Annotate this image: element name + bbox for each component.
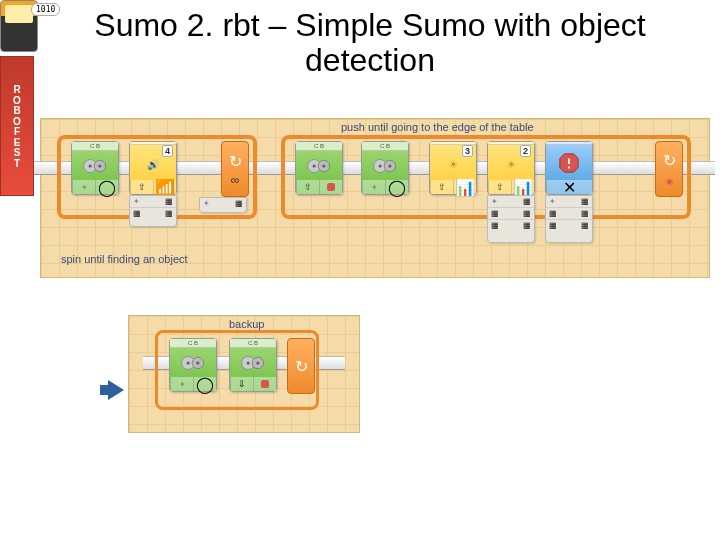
stop-sign-icon bbox=[546, 145, 592, 180]
move-block-3[interactable]: C B ◯ bbox=[361, 141, 409, 195]
stop-config-panel[interactable]: ▦ ▦▦ ▦▦ bbox=[545, 195, 593, 243]
sparkle-icon bbox=[371, 183, 378, 192]
sparkle-icon bbox=[133, 197, 140, 206]
sparkle-icon bbox=[179, 380, 186, 389]
move-block-back-2[interactable]: C B ⇩ bbox=[229, 338, 277, 392]
stop-icon bbox=[327, 183, 335, 191]
gear-icon bbox=[362, 151, 408, 180]
arrow-right-icon bbox=[108, 380, 124, 400]
wait-config-panel[interactable]: ▦ ▦▦ bbox=[129, 195, 177, 227]
program-strip-backup: backup C B ◯ C B ⇩ ↻ bbox=[128, 315, 360, 433]
svg-point-14 bbox=[568, 166, 570, 168]
wait-block-light-2[interactable]: 2 ⇧📊 bbox=[487, 141, 535, 195]
arrow-up-icon: ⇧ bbox=[488, 180, 511, 194]
reload-icon: ↻ bbox=[295, 357, 308, 376]
stop-icon bbox=[261, 380, 269, 388]
gear-icon bbox=[296, 151, 342, 180]
sparkle-icon bbox=[549, 197, 556, 206]
svg-point-10 bbox=[379, 164, 382, 167]
page-title: Sumo 2. rbt – Simple Sumo with object de… bbox=[70, 8, 670, 78]
arrow-up-icon: ⇧ bbox=[430, 180, 453, 194]
circular-icon: ◯ bbox=[385, 180, 408, 194]
svg-point-6 bbox=[313, 164, 316, 167]
port-label: C B bbox=[72, 142, 118, 151]
label-backup: backup bbox=[229, 318, 264, 330]
svg-point-7 bbox=[322, 164, 325, 167]
label-spin: spin until finding an object bbox=[61, 253, 188, 265]
gear-icon bbox=[72, 151, 118, 180]
program-strip-main: push until going to the edge of the tabl… bbox=[40, 118, 710, 278]
loop-end-spin[interactable]: ↻ ∞ bbox=[221, 141, 249, 197]
reload-icon: ↻ bbox=[229, 152, 242, 171]
loop-end-push[interactable]: ↻ bbox=[655, 141, 683, 197]
circular-icon: ◯ bbox=[193, 377, 216, 391]
svg-point-11 bbox=[388, 164, 391, 167]
wait-config-panel-2[interactable]: ▦ ▦▦ ▦▦ bbox=[487, 195, 535, 243]
infinity-icon: ∞ bbox=[231, 173, 240, 187]
gear-icon bbox=[170, 348, 216, 377]
circular-icon: ◯ bbox=[95, 180, 118, 194]
label-push: push until going to the edge of the tabl… bbox=[341, 121, 534, 133]
port-label: C B bbox=[170, 339, 216, 348]
wait-block-light-1[interactable]: 3 ⇧📊 bbox=[429, 141, 477, 195]
backup-frame-end[interactable]: ↻ bbox=[287, 338, 315, 394]
reload-icon: ↻ bbox=[663, 151, 676, 170]
svg-point-18 bbox=[196, 361, 199, 364]
port-label: C B bbox=[296, 142, 342, 151]
level-icon: 📊 bbox=[511, 180, 534, 194]
speech-bubble: 1010 bbox=[31, 3, 60, 16]
sparkle-icon bbox=[491, 197, 498, 206]
svg-point-22 bbox=[256, 361, 259, 364]
sidebar: 1010 ROBOFEST bbox=[0, 0, 40, 280]
move-block-2[interactable]: C B ⇧ bbox=[295, 141, 343, 195]
sound-level-icon: 📶 bbox=[153, 180, 176, 194]
svg-point-3 bbox=[98, 164, 101, 167]
sparkle-icon bbox=[203, 199, 210, 208]
svg-point-2 bbox=[89, 164, 92, 167]
robot-icon: 1010 bbox=[0, 0, 38, 52]
light-icon bbox=[488, 145, 534, 180]
svg-point-21 bbox=[247, 361, 250, 364]
sound-icon bbox=[130, 145, 176, 180]
wait-block-sound[interactable]: 4 ⇧📶 bbox=[129, 141, 177, 195]
touch-sensor-icon bbox=[666, 170, 673, 188]
level-icon: 📊 bbox=[453, 180, 476, 194]
move-block-1[interactable]: C B ◯ bbox=[71, 141, 119, 195]
move-block-back-1[interactable]: C B ◯ bbox=[169, 338, 217, 392]
port-label: C B bbox=[362, 142, 408, 151]
gear-icon bbox=[230, 348, 276, 377]
port-label: C B bbox=[230, 339, 276, 348]
sparkle-icon bbox=[81, 183, 88, 192]
arrow-up-icon: ⇧ bbox=[296, 180, 319, 194]
stop-block[interactable]: ✕ bbox=[545, 141, 593, 195]
light-icon bbox=[430, 145, 476, 180]
cross-icon: ✕ bbox=[546, 180, 592, 194]
robofest-logo: ROBOFEST bbox=[0, 56, 34, 196]
arrow-up-icon: ⇧ bbox=[130, 180, 153, 194]
loop-config-panel[interactable]: ▦ bbox=[199, 197, 247, 213]
svg-point-17 bbox=[187, 361, 190, 364]
